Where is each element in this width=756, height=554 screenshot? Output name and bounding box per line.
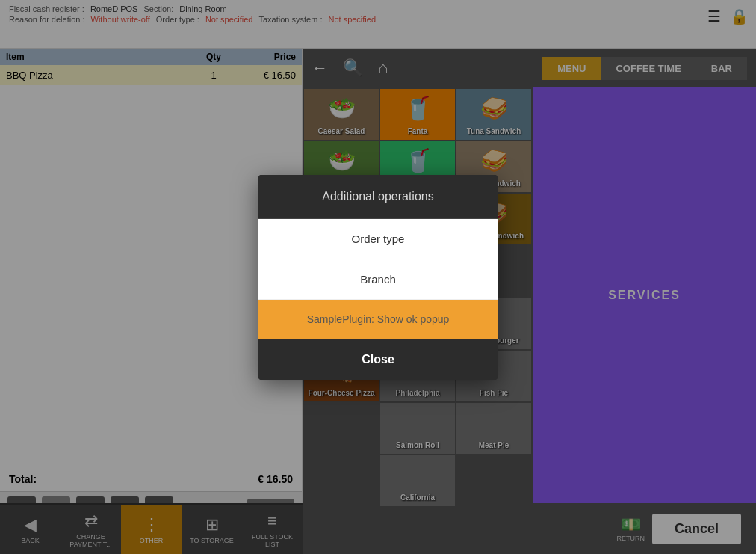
modal-overlay: Additional operations Order type Branch …	[0, 0, 756, 554]
modal-option-branch[interactable]: Branch	[258, 259, 498, 300]
modal-title: Additional operations	[258, 175, 498, 219]
modal-close-button[interactable]: Close	[258, 339, 498, 380]
additional-operations-modal: Additional operations Order type Branch …	[258, 175, 498, 380]
modal-option-plugin[interactable]: SamplePlugin: Show ok popup	[258, 300, 498, 339]
modal-option-order-type[interactable]: Order type	[258, 219, 498, 259]
